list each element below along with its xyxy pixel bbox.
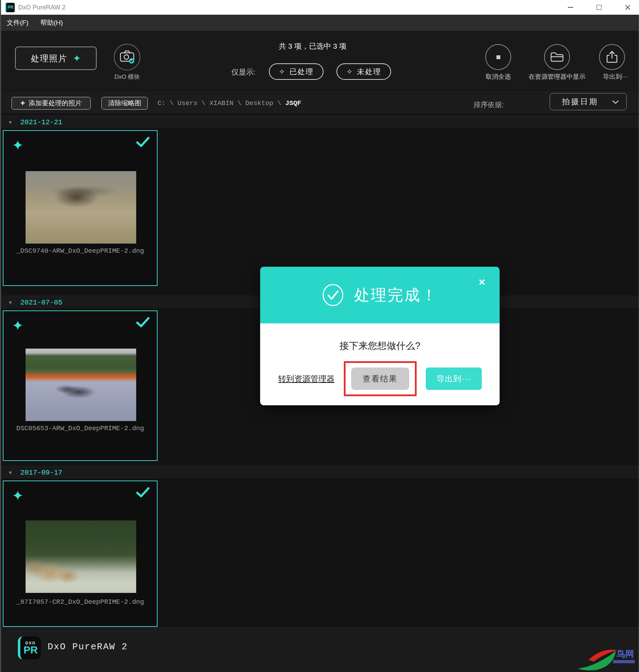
view-results-button[interactable]: 查看结果 xyxy=(351,368,409,390)
minimize-button[interactable] xyxy=(564,1,577,14)
menu-bar: 文件(F) 帮助(H) xyxy=(1,15,639,31)
photo-filename: _DSC9740-ARW_DxO_DeepPRIME-2.dng xyxy=(4,247,157,255)
deselect-all-label[interactable]: 取消全选 xyxy=(477,72,519,81)
footer-app-name: DxO PureRAW 2 xyxy=(48,642,128,652)
deselect-all-icon xyxy=(496,55,500,59)
processed-sparkle-icon: ✦ xyxy=(12,317,24,334)
dialog-close-icon[interactable]: ✕ xyxy=(478,277,486,287)
collapse-triangle-icon[interactable]: ▼ xyxy=(8,470,13,475)
group-date: 2021-12-21 xyxy=(20,118,62,126)
photo-card-3[interactable]: ✦ _87I7057-CR2_DxO_DeepPRIME-2.dng xyxy=(3,481,158,627)
deselect-all-button[interactable] xyxy=(485,44,511,70)
sort-by-dropdown[interactable]: 拍摄日期 xyxy=(550,93,627,110)
collapse-triangle-icon[interactable]: ▼ xyxy=(8,120,13,125)
sparkle-outline-icon: ✧ xyxy=(279,68,285,76)
collapse-triangle-icon[interactable]: ▼ xyxy=(8,300,13,305)
selection-summary: 共 3 项，已选中 3 项 xyxy=(246,41,379,51)
maximize-icon xyxy=(597,5,601,10)
watermark-text: 鸟网 xyxy=(617,648,634,660)
close-button[interactable] xyxy=(621,1,634,14)
red-highlight-annotation: 查看结果 xyxy=(344,361,417,396)
group-date: 2021-07-05 xyxy=(20,299,62,307)
filter-processed-button[interactable]: ✧ 已处理 xyxy=(269,63,324,80)
dxo-pureraw-logo: DXO PR xyxy=(18,636,41,659)
group-header-2017-09-17[interactable]: ▼ 2017-09-17 xyxy=(1,466,639,479)
sparkle-outline-icon: ✧ xyxy=(346,68,353,76)
dxo-module-button[interactable] xyxy=(114,44,140,70)
go-to-explorer-link[interactable]: 转到资源管理器 xyxy=(278,373,335,384)
photo-filename: DSC05653-ARW_DxO_DeepPRIME-2.dng xyxy=(4,425,157,432)
title-bar: PR DxO PureRAW 2 xyxy=(1,0,639,15)
photo-filename: _87I7057-CR2_DxO_DeepPRIME-2.dng xyxy=(4,598,157,606)
menu-help[interactable]: 帮助(H) xyxy=(40,18,63,27)
watermark-subtext-blur xyxy=(613,660,635,663)
export-icon xyxy=(605,50,619,64)
add-photos-button[interactable]: + 添加要处理的照片 xyxy=(12,97,91,110)
success-check-icon xyxy=(322,284,344,306)
filter-label: 仅显示: xyxy=(231,67,256,77)
photo-thumbnail xyxy=(26,171,136,244)
show-in-explorer-label[interactable]: 在资源管理器中显示 xyxy=(513,72,601,81)
breadcrumb-path: C: \ Users \ XIABIN \ Desktop \ JSQF xyxy=(158,99,301,107)
breadcrumb-current: JSQF xyxy=(285,99,301,107)
chevron-down-icon xyxy=(612,100,619,104)
dialog-header: 处理完成！ ✕ xyxy=(260,267,500,323)
selected-check-icon xyxy=(136,136,150,148)
processing-complete-dialog: 处理完成！ ✕ 接下来您想做什么? 转到资源管理器 查看结果 导出到··· xyxy=(260,267,500,405)
photo-thumbnail xyxy=(26,349,136,421)
export-to-label[interactable]: 导出到··· xyxy=(593,72,638,81)
photo-thumbnail xyxy=(26,520,136,593)
dialog-title: 处理完成！ xyxy=(354,285,438,306)
processed-sparkle-icon: ✦ xyxy=(12,488,24,504)
processed-sparkle-icon: ✦ xyxy=(12,137,24,153)
footer-bar: DXO PR DxO PureRAW 2 鸟网 xyxy=(1,627,639,672)
app-window: PR DxO PureRAW 2 文件(F) 帮助(H) 处理照片 ✦ DxO … xyxy=(0,0,640,672)
filter-unprocessed-button[interactable]: ✧ 未处理 xyxy=(336,63,391,80)
birdnet-watermark: 鸟网 xyxy=(575,645,637,672)
photo-card-1[interactable]: ✦ _DSC9740-ARW_DxO_DeepPRIME-2.dng xyxy=(3,130,158,286)
folder-icon xyxy=(550,51,564,63)
window-title: DxO PureRAW 2 xyxy=(18,4,65,11)
maximize-button[interactable] xyxy=(593,1,605,14)
sparkle-icon: ✦ xyxy=(73,53,81,64)
minimize-icon xyxy=(568,7,573,8)
group-date: 2017-09-17 xyxy=(20,469,62,477)
dialog-question: 接下来您想做什么? xyxy=(260,340,500,352)
selected-check-icon xyxy=(136,487,150,498)
photo-card-2[interactable]: ✦ DSC05653-ARW_DxO_DeepPRIME-2.dng xyxy=(3,310,158,461)
selected-check-icon xyxy=(136,317,150,328)
show-in-explorer-button[interactable] xyxy=(544,44,570,70)
dxo-module-label: DxO 模块 xyxy=(104,73,150,81)
menu-file[interactable]: 文件(F) xyxy=(7,18,28,27)
plus-icon: + xyxy=(21,99,25,108)
camera-icon xyxy=(119,50,135,64)
dialog-body: 接下来您想做什么? 转到资源管理器 查看结果 导出到··· xyxy=(260,323,500,405)
close-icon xyxy=(625,5,631,10)
sort-by-label: 排序依据: xyxy=(474,100,504,110)
clear-thumbnails-button[interactable]: 清除缩略图 xyxy=(102,97,148,110)
action-bar: + 添加要处理的照片 清除缩略图 C: \ Users \ XIABIN \ D… xyxy=(1,90,639,114)
group-header-2021-12-21[interactable]: ▼ 2021-12-21 xyxy=(1,115,639,129)
app-logo-icon: PR xyxy=(5,3,15,12)
top-toolbar: 处理照片 ✦ DxO 模块 共 3 项，已选中 3 项 仅显示: ✧ 已处理 ✧… xyxy=(1,31,639,90)
export-to-button[interactable] xyxy=(599,44,625,70)
export-to-dialog-button[interactable]: 导出到··· xyxy=(426,368,482,390)
process-photos-button[interactable]: 处理照片 ✦ xyxy=(15,47,97,70)
